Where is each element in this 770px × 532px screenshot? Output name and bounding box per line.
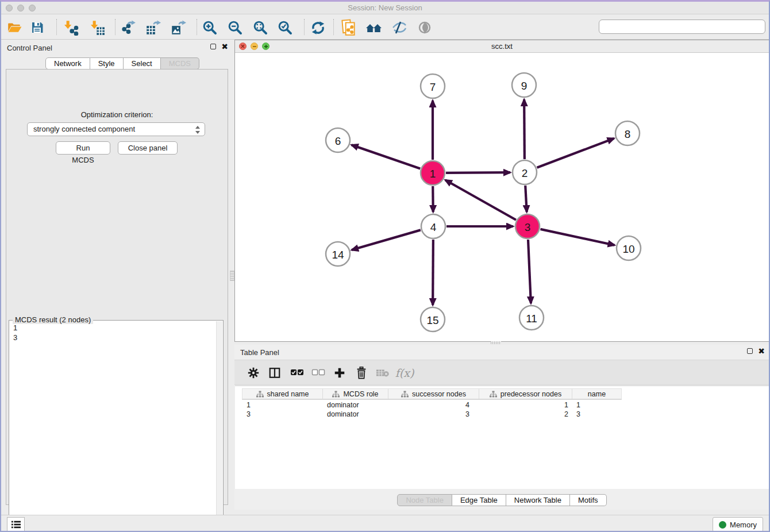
cell-name[interactable]: 3 bbox=[572, 410, 621, 419]
node-14[interactable]: 14 bbox=[326, 242, 350, 266]
export-image-button[interactable] bbox=[170, 19, 187, 36]
node-1[interactable]: 1 bbox=[421, 161, 445, 185]
delete-table-button[interactable] bbox=[374, 364, 391, 381]
vertical-splitter-grip[interactable] bbox=[230, 271, 234, 281]
tab-network-table[interactable]: Network Table bbox=[506, 494, 570, 506]
hide-selected-button[interactable] bbox=[391, 19, 408, 36]
column-header-MCDS-role[interactable]: MCDS role bbox=[323, 389, 388, 399]
network-canvas[interactable]: 7968124314101511 bbox=[235, 53, 769, 341]
close-panel-button[interactable]: Close panel bbox=[118, 141, 178, 155]
cell-name[interactable]: 1 bbox=[572, 401, 621, 410]
zoom-out-button[interactable] bbox=[226, 19, 244, 36]
table-panel: Table Panel ✖ bbox=[234, 345, 769, 510]
import-table-button[interactable] bbox=[88, 19, 106, 36]
save-session-button[interactable] bbox=[29, 19, 46, 36]
node-3[interactable]: 3 bbox=[515, 214, 540, 238]
node-4[interactable]: 4 bbox=[421, 214, 445, 238]
edge-4-14[interactable] bbox=[352, 230, 421, 250]
tab-style[interactable]: Style bbox=[90, 57, 124, 70]
delete-table-icon bbox=[376, 368, 390, 378]
eye-slash-icon bbox=[391, 21, 407, 34]
node-10[interactable]: 10 bbox=[617, 236, 641, 260]
table-settings-button[interactable] bbox=[245, 364, 262, 381]
close-panel-icon[interactable]: ✖ bbox=[221, 44, 228, 49]
tab-mcds[interactable]: MCDS bbox=[161, 57, 199, 70]
tab-network[interactable]: Network bbox=[45, 57, 90, 70]
eye-icon bbox=[417, 21, 433, 34]
node-8[interactable]: 8 bbox=[615, 121, 640, 145]
column-header-shared-name[interactable]: shared name bbox=[242, 389, 323, 399]
control-panel-header: Control Panel ✖ bbox=[1, 40, 233, 56]
zoom-fit-button[interactable] bbox=[252, 19, 269, 36]
edge-3-1[interactable] bbox=[445, 180, 516, 219]
node-6[interactable]: 6 bbox=[326, 128, 350, 152]
delete-column-button[interactable] bbox=[353, 364, 370, 381]
tab-edge-table[interactable]: Edge Table bbox=[452, 494, 506, 506]
edge-2-3[interactable] bbox=[525, 186, 526, 212]
refresh-button[interactable] bbox=[309, 19, 326, 36]
mcds-result-text[interactable]: 1 3 bbox=[10, 323, 215, 532]
edge-4-15[interactable] bbox=[433, 240, 433, 305]
column-header-name[interactable]: name bbox=[572, 389, 621, 399]
edge-2-8[interactable] bbox=[537, 138, 614, 168]
column-type-icon bbox=[332, 391, 340, 398]
tab-select[interactable]: Select bbox=[124, 57, 161, 70]
hide-all-columns-button[interactable] bbox=[310, 364, 327, 381]
table-header-row[interactable]: shared nameMCDS rolesuccessor nodesprede… bbox=[242, 388, 622, 400]
column-header-predecessor-nodes[interactable]: predecessor nodes bbox=[479, 389, 572, 399]
table-tabs: Node Table Edge Table Network Table Moti… bbox=[234, 494, 769, 506]
mcds-result-scrollbar[interactable] bbox=[216, 321, 222, 532]
edge-3-10[interactable] bbox=[540, 229, 614, 245]
edge-1-6[interactable] bbox=[352, 145, 421, 168]
apply-function-button[interactable]: f(x) bbox=[396, 364, 413, 381]
edge-2-9[interactable] bbox=[524, 99, 525, 159]
table-row[interactable]: 1dominator411 bbox=[242, 401, 769, 410]
edge-1-2[interactable] bbox=[446, 172, 510, 173]
run-mcds-button[interactable]: Run MCDS bbox=[56, 141, 110, 155]
table-body[interactable]: 1dominator4113dominator323 bbox=[242, 401, 769, 419]
cell-MCDS-role[interactable]: dominator bbox=[322, 410, 388, 419]
zoom-in-button[interactable] bbox=[201, 19, 218, 36]
float-panel-icon[interactable] bbox=[210, 44, 216, 49]
optimization-criterion-select[interactable]: strongly connected component bbox=[27, 122, 205, 136]
node-table[interactable]: shared nameMCDS rolesuccessor nodesprede… bbox=[235, 385, 769, 489]
cell-shared-name[interactable]: 3 bbox=[242, 410, 322, 419]
split-table-view-button[interactable] bbox=[266, 364, 283, 381]
node-2[interactable]: 2 bbox=[513, 160, 537, 184]
tab-node-table[interactable]: Node Table bbox=[397, 494, 452, 506]
tab-motifs[interactable]: Motifs bbox=[570, 494, 607, 506]
cell-MCDS-role[interactable]: dominator bbox=[322, 401, 388, 410]
open-session-button[interactable] bbox=[6, 19, 23, 36]
show-panels-button[interactable] bbox=[7, 517, 25, 532]
float-table-panel-icon[interactable] bbox=[747, 348, 753, 354]
node-11[interactable]: 11 bbox=[519, 306, 544, 330]
show-all-columns-button[interactable] bbox=[288, 364, 306, 381]
export-network-button[interactable] bbox=[120, 19, 137, 36]
trash-icon bbox=[356, 367, 367, 379]
export-table-button[interactable] bbox=[144, 19, 161, 36]
cell-successor-nodes[interactable]: 4 bbox=[388, 401, 479, 410]
column-header-successor-nodes[interactable]: successor nodes bbox=[388, 389, 479, 399]
node-9[interactable]: 9 bbox=[512, 73, 536, 97]
horizontal-splitter-grip[interactable] bbox=[491, 341, 501, 344]
cell-shared-name[interactable]: 1 bbox=[242, 401, 322, 410]
import-table-icon bbox=[90, 20, 105, 36]
edge-3-11[interactable] bbox=[528, 240, 531, 303]
node-7[interactable]: 7 bbox=[421, 74, 445, 98]
show-hidden-button[interactable] bbox=[416, 19, 433, 36]
node-15[interactable]: 15 bbox=[421, 307, 445, 331]
network-graph[interactable]: 7968124314101511 bbox=[235, 53, 769, 341]
unchecked-boxes-icon bbox=[311, 369, 325, 377]
search-input[interactable] bbox=[599, 20, 765, 34]
zoom-selected-button[interactable] bbox=[276, 19, 294, 36]
import-network-button[interactable] bbox=[62, 19, 79, 36]
create-column-button[interactable] bbox=[331, 364, 348, 381]
cell-successor-nodes[interactable]: 3 bbox=[388, 410, 479, 419]
first-neighbors-button[interactable] bbox=[365, 19, 383, 36]
clone-network-button[interactable] bbox=[340, 19, 357, 36]
close-table-panel-icon[interactable]: ✖ bbox=[758, 348, 765, 354]
cell-predecessor-nodes[interactable]: 1 bbox=[479, 401, 572, 410]
memory-button[interactable]: Memory bbox=[713, 517, 763, 532]
table-row[interactable]: 3dominator323 bbox=[242, 410, 769, 419]
cell-predecessor-nodes[interactable]: 2 bbox=[479, 410, 572, 419]
